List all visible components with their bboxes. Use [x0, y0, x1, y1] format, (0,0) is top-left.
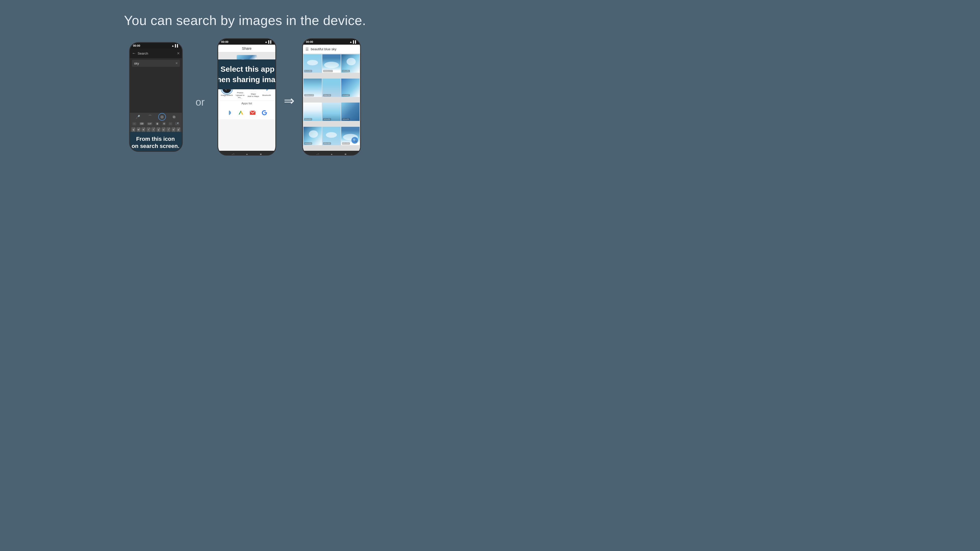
page-title: You can search by images in the device. [124, 13, 366, 28]
share-title-text: Share [242, 46, 251, 51]
keyboard-back-key[interactable]: ← [132, 122, 136, 125]
grid-label-1: 612x408 [304, 70, 312, 72]
back-arrow-icon[interactable]: ← [132, 51, 136, 56]
phone3-mockup: 00:00 ▲ ▌▌ ☰ beautiful blue sky 612x408 … [302, 38, 361, 156]
clear-query-icon[interactable]: ✕ [175, 62, 178, 65]
icon-highlight-ring [158, 113, 166, 121]
grid-label-5: 508x339 [323, 94, 331, 97]
main-content: 00:00 ▲ ▌▌ ← Search ✕ sky ✕ 🎤 ⌒ [0, 38, 490, 156]
flow-arrow: ⇒ [284, 94, 294, 108]
grid-item-5[interactable]: 508x339 [322, 79, 341, 97]
phone2-callout-line1: Select this app [218, 64, 276, 75]
settings-key[interactable]: ⚙ [162, 122, 166, 125]
grid-label-11: 450x300 [323, 142, 331, 144]
phone2-status-icons: ▲ ▌▌ [265, 40, 272, 43]
grid-item-6[interactable]: 910x607 [341, 79, 360, 97]
mic-key[interactable]: 🎤 [175, 122, 180, 125]
nav2-recent[interactable]: ■ [260, 152, 262, 156]
key-i[interactable]: i8 [166, 127, 170, 132]
keyboard-tablet-key[interactable]: ⌨ [139, 122, 144, 125]
grid-label-9: 322x200 [342, 118, 350, 121]
key-o[interactable]: o9 [172, 127, 176, 132]
keyboard-toolbar: 🎤 ⌒ ⊟ ⧉ [130, 113, 182, 121]
grid-label-6: 910x607 [342, 94, 350, 97]
grid-label-12: 601x200 [342, 142, 350, 144]
photos-label: PhotosUpload to Ph... [234, 92, 247, 99]
nav3-recent[interactable]: ■ [345, 152, 346, 156]
wifi-icon3: ▲ [349, 40, 352, 43]
grid-item-3[interactable]: 800x451 [341, 54, 360, 73]
search-query-bar: sky ✕ [132, 60, 180, 67]
apps-list-row [218, 106, 275, 119]
grid-label-10: 800x534 [304, 142, 312, 144]
phone1-callout-line1: From this icon [129, 135, 181, 143]
key-y[interactable]: y6 [156, 127, 161, 132]
phone1-status-icons: ▲ ▌▌ [172, 44, 179, 47]
phone1-status-bar: 00:00 ▲ ▌▌ [130, 43, 182, 48]
phone2-callout: Select this app when sharing image [218, 59, 276, 89]
nav3-back[interactable]: ◁ [317, 152, 319, 156]
grid-item-11[interactable]: 450x300 [322, 127, 341, 145]
mic-toolbar-icon[interactable]: 🎤 [135, 114, 141, 120]
grid-label-8: 322x200 [323, 118, 331, 121]
search-input[interactable]: Search [138, 52, 175, 56]
image-search-toolbar-icon[interactable]: ⊟ [159, 114, 165, 120]
grid-item-4[interactable]: 1500x1125 [304, 79, 322, 97]
key-p[interactable]: p0 [177, 127, 180, 132]
key-u[interactable]: u7 [162, 127, 165, 132]
list-gmail-icon[interactable] [248, 108, 257, 118]
grid-item-12[interactable]: 601x200 🔍 [341, 127, 360, 145]
list-google-icon[interactable] [260, 108, 269, 118]
more-key[interactable]: ··· [169, 122, 172, 125]
list-drive-icon[interactable] [236, 108, 245, 118]
key-q[interactable]: q1 [131, 127, 135, 132]
wifi-icon2: ▲ [265, 40, 267, 43]
key-r[interactable]: r4 [146, 127, 151, 132]
signal-icon3: ▌▌ [353, 40, 357, 43]
phone1-mockup: 00:00 ▲ ▌▌ ← Search ✕ sky ✕ 🎤 ⌒ [129, 42, 183, 152]
trend-toolbar-icon[interactable]: ⌒ [147, 114, 153, 120]
grid-label-3: 800x451 [342, 70, 350, 72]
phone2-status-bar: 00:00 ▲ ▌▌ [218, 39, 275, 44]
nav3-home[interactable]: ● [331, 152, 332, 156]
phone2-bottom-nav: ◁ ● ■ [218, 151, 275, 156]
search-query-text: sky [134, 62, 175, 65]
grid-item-7[interactable]: 600x600 [304, 103, 322, 121]
results-query-text: beautiful blue sky [311, 47, 336, 51]
phone1-callout: From this icon on search screen. [129, 132, 183, 152]
key-w[interactable]: w2 [137, 127, 141, 132]
copy-toolbar-icon[interactable]: ⧉ [171, 114, 177, 120]
phone3-bottom-nav: ◁ ● ■ [303, 151, 360, 156]
gif-key[interactable]: GIF [147, 122, 152, 125]
phone2-callout-line2: when sharing image [218, 75, 276, 85]
grid-item-10[interactable]: 800x534 [304, 127, 322, 145]
or-divider: or [196, 97, 205, 108]
maps-label: MapsAdd to Maps [248, 93, 259, 98]
signal-icon: ▌▌ [175, 44, 179, 47]
list-bluetooth-icon[interactable] [224, 108, 234, 118]
hamburger-icon[interactable]: ☰ [305, 47, 309, 51]
grid-item-8[interactable]: 322x200 [322, 103, 341, 121]
phone3-screen: ☰ beautiful blue sky 612x408 2000x1217 8… [303, 44, 360, 151]
bluetooth-label: Bluetooth [262, 94, 271, 97]
nav2-back[interactable]: ◁ [232, 152, 234, 156]
grid-item-1[interactable]: 612x408 [304, 54, 322, 73]
grid-label-7: 600x600 [304, 118, 312, 121]
delete-key[interactable]: 🗑 [156, 122, 159, 125]
signal-icon2: ▌▌ [268, 40, 272, 43]
keyboard-keys-row: q1 w2 e3 r4 t5 y6 u7 i8 o9 p0 [130, 127, 182, 132]
phone2-time: 00:00 [221, 40, 228, 43]
clear-search-icon[interactable]: ✕ [177, 51, 180, 56]
phone3-status-icons: ▲ ▌▌ [349, 40, 357, 43]
nav2-home[interactable]: ● [246, 152, 248, 156]
search-fab-button[interactable]: 🔍 [352, 137, 358, 144]
phone3-time: 00:00 [306, 40, 313, 43]
key-e[interactable]: e3 [142, 127, 145, 132]
grid-label-2: 2000x1217 [323, 70, 333, 72]
grid-label-4: 1500x1125 [304, 94, 314, 97]
wifi-icon: ▲ [172, 44, 174, 47]
phone3-status-bar: 00:00 ▲ ▌▌ [303, 39, 360, 44]
grid-item-9[interactable]: 322x200 [341, 103, 360, 121]
key-t[interactable]: t5 [151, 127, 156, 132]
grid-item-2[interactable]: 2000x1217 [322, 54, 341, 73]
